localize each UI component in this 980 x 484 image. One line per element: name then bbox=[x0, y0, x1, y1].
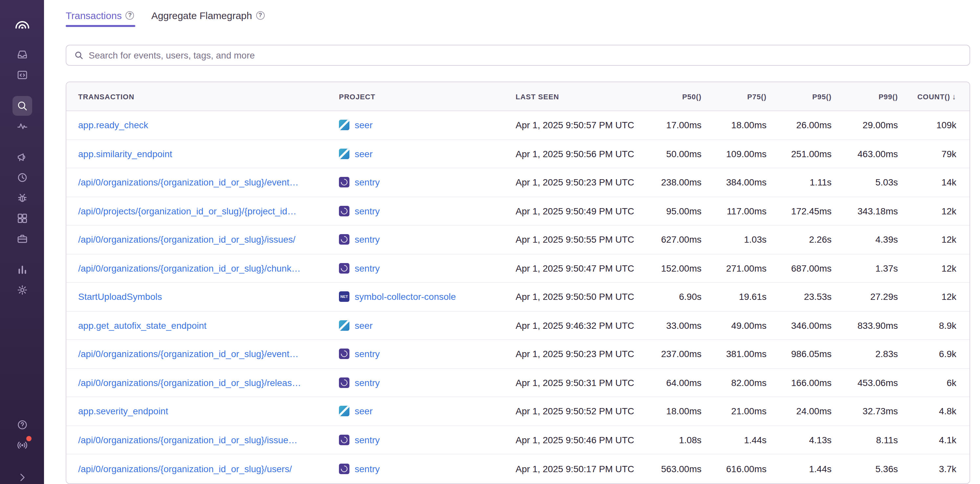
p99-cell: 8.11s bbox=[832, 434, 898, 445]
transaction-link[interactable]: app.ready_check bbox=[78, 120, 339, 131]
project-link[interactable]: sentry bbox=[355, 377, 380, 388]
project-link[interactable]: sentry bbox=[355, 463, 380, 474]
transaction-link[interactable]: /api/0/organizations/{organization_id_or… bbox=[78, 349, 339, 359]
sidebar-item-issues[interactable] bbox=[12, 45, 32, 64]
search-bar[interactable] bbox=[66, 45, 970, 66]
sidebar-item-replays[interactable] bbox=[12, 168, 32, 187]
last-seen-cell: Apr 1, 2025 9:50:47 PM UTC bbox=[515, 263, 636, 273]
sidebar-item-expand[interactable] bbox=[12, 471, 32, 484]
column-header-p50[interactable]: P50() bbox=[636, 93, 702, 100]
project-cell: seer bbox=[339, 149, 515, 159]
column-header-count[interactable]: COUNT() ↓ bbox=[898, 92, 956, 101]
project-icon: NET bbox=[339, 292, 350, 302]
p50-cell: 1.08s bbox=[636, 434, 702, 445]
project-link[interactable]: sentry bbox=[355, 235, 380, 245]
app-root: Transactions ? Aggregate Flamegraph ? TR… bbox=[0, 0, 980, 484]
briefcase-icon bbox=[16, 233, 28, 244]
tab-transactions[interactable]: Transactions ? bbox=[66, 6, 136, 27]
p95-cell: 687.00ms bbox=[767, 263, 832, 273]
transaction-link[interactable]: /api/0/organizations/{organization_id_or… bbox=[78, 434, 339, 445]
table-body: app.ready_check seer Apr 1, 2025 9:50:57… bbox=[66, 111, 969, 483]
column-header-transaction[interactable]: TRANSACTION bbox=[78, 93, 339, 100]
project-link[interactable]: sentry bbox=[355, 206, 380, 216]
tab-aggregate-flamegraph-label: Aggregate Flamegraph bbox=[151, 10, 252, 21]
p75-cell: 82.00ms bbox=[702, 377, 767, 388]
transaction-link[interactable]: StartUploadSymbols bbox=[78, 292, 339, 302]
project-link[interactable]: sentry bbox=[355, 177, 380, 188]
table-row: /api/0/organizations/{organization_id_or… bbox=[66, 254, 969, 283]
p99-cell: 29.00ms bbox=[832, 120, 898, 131]
sidebar-item-help[interactable] bbox=[12, 415, 32, 434]
project-link[interactable]: sentry bbox=[355, 434, 380, 445]
column-header-p95[interactable]: P95() bbox=[767, 93, 832, 100]
transaction-link[interactable]: /api/0/organizations/{organization_id_or… bbox=[78, 177, 339, 188]
clock-icon bbox=[16, 172, 28, 184]
project-icon bbox=[339, 434, 350, 445]
project-link[interactable]: seer bbox=[355, 149, 372, 159]
grid-icon bbox=[16, 212, 28, 224]
project-link[interactable]: seer bbox=[355, 120, 372, 131]
help-circle-icon[interactable]: ? bbox=[126, 11, 134, 20]
sidebar-item-explore[interactable] bbox=[12, 96, 32, 116]
search-input[interactable] bbox=[89, 50, 962, 61]
project-link[interactable]: sentry bbox=[355, 349, 380, 359]
p99-cell: 4.39s bbox=[832, 235, 898, 245]
transaction-link[interactable]: /api/0/organizations/{organization_id_or… bbox=[78, 463, 339, 474]
project-icon bbox=[339, 320, 350, 331]
transaction-cell: app.get_autofix_state_endpoint bbox=[78, 320, 339, 331]
p95-cell: 166.00ms bbox=[767, 377, 832, 388]
last-seen-cell: Apr 1, 2025 9:50:49 PM UTC bbox=[515, 206, 636, 216]
p75-cell: 1.03s bbox=[702, 235, 767, 245]
chevron-right-icon bbox=[16, 471, 28, 483]
project-link[interactable]: sentry bbox=[355, 263, 380, 273]
transaction-link[interactable]: /api/0/projects/{organization_id_or_slug… bbox=[78, 206, 339, 216]
column-header-p75[interactable]: P75() bbox=[702, 93, 767, 100]
project-cell: seer bbox=[339, 120, 515, 131]
sidebar-item-organization[interactable] bbox=[12, 229, 32, 249]
transaction-cell: app.similarity_endpoint bbox=[78, 149, 339, 159]
p99-cell: 453.06ms bbox=[832, 377, 898, 388]
main-content: Transactions ? Aggregate Flamegraph ? TR… bbox=[44, 0, 980, 484]
transaction-cell: /api/0/organizations/{organization_id_or… bbox=[78, 377, 339, 388]
sidebar-item-whats-new[interactable] bbox=[12, 435, 32, 455]
p95-cell: 251.00ms bbox=[767, 149, 832, 159]
search-icon bbox=[16, 100, 28, 112]
transaction-link[interactable]: app.similarity_endpoint bbox=[78, 149, 339, 159]
search-icon bbox=[74, 51, 83, 60]
column-header-last-seen[interactable]: LAST SEEN bbox=[515, 93, 636, 100]
sidebar-item-insights[interactable] bbox=[12, 208, 32, 228]
column-header-project[interactable]: PROJECT bbox=[339, 93, 515, 100]
project-link[interactable]: seer bbox=[355, 406, 372, 417]
transaction-link[interactable]: app.severity_endpoint bbox=[78, 406, 339, 417]
sidebar-item-projects[interactable] bbox=[12, 65, 32, 85]
sidebar-item-feedback[interactable] bbox=[12, 147, 32, 167]
transaction-link[interactable]: /api/0/organizations/{organization_id_or… bbox=[78, 377, 339, 388]
tab-aggregate-flamegraph[interactable]: Aggregate Flamegraph ? bbox=[151, 6, 266, 27]
p95-cell: 26.00ms bbox=[767, 120, 832, 131]
project-link[interactable]: seer bbox=[355, 320, 372, 331]
sidebar-item-stats[interactable] bbox=[12, 260, 32, 280]
transaction-link[interactable]: /api/0/organizations/{organization_id_or… bbox=[78, 235, 339, 245]
project-link[interactable]: symbol-collector-console bbox=[355, 292, 456, 302]
project-icon bbox=[339, 120, 350, 131]
project-cell: sentry bbox=[339, 263, 515, 273]
transaction-link[interactable]: /api/0/organizations/{organization_id_or… bbox=[78, 263, 339, 273]
sidebar-item-crons[interactable] bbox=[12, 188, 32, 208]
help-circle-icon[interactable]: ? bbox=[256, 11, 265, 20]
transaction-cell: app.ready_check bbox=[78, 120, 339, 131]
last-seen-cell: Apr 1, 2025 9:46:32 PM UTC bbox=[515, 320, 636, 331]
p50-cell: 563.00ms bbox=[636, 463, 702, 474]
count-cell: 12k bbox=[898, 235, 956, 245]
p95-cell: 1.44s bbox=[767, 463, 832, 474]
question-circle-icon bbox=[16, 419, 28, 431]
sentry-logo-icon[interactable] bbox=[13, 14, 30, 32]
p75-cell: 117.00ms bbox=[702, 206, 767, 216]
p99-cell: 5.03s bbox=[832, 177, 898, 188]
transaction-link[interactable]: app.get_autofix_state_endpoint bbox=[78, 320, 339, 331]
sidebar-item-settings[interactable] bbox=[12, 280, 32, 300]
last-seen-cell: Apr 1, 2025 9:50:55 PM UTC bbox=[515, 235, 636, 245]
column-header-p99[interactable]: P99() bbox=[832, 93, 898, 100]
project-icon bbox=[339, 206, 350, 216]
count-cell: 8.9k bbox=[898, 320, 956, 331]
sidebar-item-traces[interactable] bbox=[12, 117, 32, 136]
